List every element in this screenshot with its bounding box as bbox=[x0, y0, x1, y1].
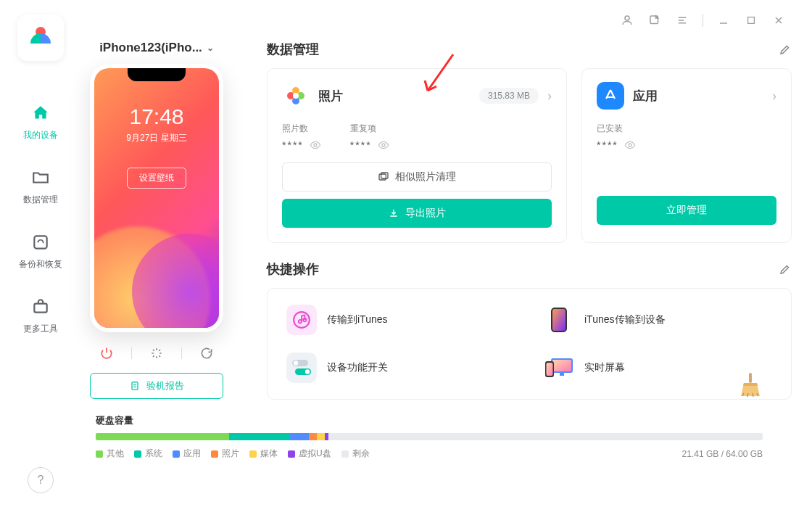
svg-point-23 bbox=[305, 369, 310, 374]
loading-icon[interactable] bbox=[147, 344, 166, 363]
edit-icon[interactable] bbox=[779, 263, 792, 276]
nav-label: 我的设备 bbox=[23, 129, 58, 141]
chevron-right-icon[interactable]: › bbox=[547, 88, 552, 104]
quick-label: 设备功能开关 bbox=[327, 361, 388, 374]
svg-rect-14 bbox=[379, 174, 386, 180]
screen-mirror-icon bbox=[544, 353, 574, 383]
eye-icon[interactable] bbox=[378, 139, 389, 151]
quick-label: 实时屏幕 bbox=[584, 361, 625, 374]
power-button[interactable] bbox=[97, 344, 116, 363]
nav-label: 备份和恢复 bbox=[19, 258, 62, 271]
clean-similar-button[interactable]: 相似照片清理 bbox=[282, 162, 552, 191]
section-data-mgmt-title: 数据管理 bbox=[267, 41, 319, 58]
menu-icon[interactable] bbox=[675, 13, 689, 28]
svg-rect-26 bbox=[560, 373, 564, 376]
refresh-button[interactable] bbox=[197, 344, 216, 363]
nav-data-mgmt[interactable]: 数据管理 bbox=[0, 154, 81, 219]
close-button[interactable] bbox=[771, 13, 786, 28]
svg-rect-5 bbox=[748, 17, 755, 24]
sync-icon bbox=[30, 232, 51, 252]
apps-card: 应用 › 已安装 **** 立即管理 bbox=[581, 68, 792, 243]
apps-installed-value: **** bbox=[597, 139, 618, 151]
svg-point-11 bbox=[293, 93, 299, 99]
svg-rect-2 bbox=[34, 304, 46, 313]
appstore-icon bbox=[597, 82, 624, 110]
photos-dup-label: 重复项 bbox=[350, 123, 389, 135]
toggles-icon bbox=[286, 353, 317, 383]
svg-rect-15 bbox=[381, 173, 388, 178]
svg-point-16 bbox=[629, 144, 631, 147]
disk-usage-bar bbox=[96, 433, 763, 440]
edit-icon[interactable] bbox=[779, 43, 792, 56]
legend-item: 应用 bbox=[173, 448, 201, 460]
manage-apps-button[interactable]: 立即管理 bbox=[597, 196, 776, 225]
photos-icon bbox=[282, 82, 310, 110]
legend-item: 系统 bbox=[134, 448, 162, 460]
section-quick-title: 快捷操作 bbox=[267, 260, 319, 278]
report-label: 验机报告 bbox=[146, 379, 184, 392]
chevron-right-icon[interactable]: › bbox=[772, 88, 776, 104]
device-preview: 17:48 9月27日 星期三 设置壁纸 bbox=[90, 64, 223, 332]
clean-label: 相似照片清理 bbox=[395, 170, 456, 184]
legend-item: 媒体 bbox=[249, 448, 278, 460]
nav-my-device[interactable]: 我的设备 bbox=[0, 90, 81, 154]
maximize-button[interactable] bbox=[744, 13, 758, 28]
device-selector[interactable]: iPhone123(iPho... ⌄ bbox=[99, 41, 214, 55]
quick-label: iTunes传输到设备 bbox=[584, 313, 666, 326]
export-label: 导出照片 bbox=[405, 207, 446, 220]
svg-point-12 bbox=[314, 144, 317, 147]
home-icon bbox=[30, 103, 51, 123]
phone-time: 17:48 bbox=[129, 104, 183, 129]
disk-title: 硬盘容量 bbox=[96, 414, 792, 427]
phone-date: 9月27日 星期三 bbox=[126, 132, 186, 144]
device-report-button[interactable]: 验机报告 bbox=[90, 373, 223, 399]
folder-icon bbox=[30, 168, 51, 188]
legend-item: 其他 bbox=[96, 448, 124, 460]
svg-point-3 bbox=[625, 16, 629, 20]
quick-transfer-to-itunes[interactable]: 传输到iTunes bbox=[286, 305, 515, 335]
quick-label: 传输到iTunes bbox=[327, 313, 388, 326]
photos-card: 照片 315.83 MB › 照片数 **** 重复项 **** bbox=[267, 68, 567, 243]
svg-rect-28 bbox=[547, 363, 553, 376]
svg-rect-29 bbox=[749, 373, 752, 383]
svg-point-21 bbox=[294, 360, 298, 365]
user-icon[interactable] bbox=[620, 13, 634, 28]
photos-count-value: **** bbox=[282, 139, 304, 151]
eye-icon[interactable] bbox=[624, 139, 636, 151]
help-button[interactable]: ? bbox=[28, 467, 54, 493]
quick-realtime-screen[interactable]: 实时屏幕 bbox=[544, 353, 772, 383]
svg-point-13 bbox=[382, 144, 385, 147]
photos-size-badge: 315.83 MB bbox=[479, 88, 539, 104]
legend-item: 照片 bbox=[211, 448, 239, 460]
clean-disk-button[interactable] bbox=[740, 371, 761, 397]
nav-backup-restore[interactable]: 备份和恢复 bbox=[0, 219, 81, 284]
export-photos-button[interactable]: 导出照片 bbox=[282, 199, 552, 228]
quick-device-switches[interactable]: 设备功能开关 bbox=[286, 353, 515, 383]
set-wallpaper-button[interactable]: 设置壁纸 bbox=[127, 168, 186, 189]
toolbox-icon bbox=[30, 297, 51, 317]
app-logo bbox=[17, 15, 64, 61]
feedback-icon[interactable] bbox=[647, 13, 662, 28]
photos-count-label: 照片数 bbox=[282, 123, 321, 135]
svg-rect-25 bbox=[552, 360, 571, 371]
photos-title: 照片 bbox=[318, 88, 471, 104]
disk-total: 21.41 GB / 64.00 GB bbox=[682, 449, 763, 459]
svg-rect-1 bbox=[34, 236, 46, 248]
phone-screen-icon bbox=[544, 305, 574, 335]
download-icon bbox=[388, 207, 399, 219]
manage-label: 立即管理 bbox=[666, 204, 707, 217]
apps-installed-label: 已安装 bbox=[597, 123, 636, 135]
nav-more-tools[interactable]: 更多工具 bbox=[0, 284, 81, 348]
disk-section: 硬盘容量 其他系统应用照片媒体虚拟U盘剩余21.41 GB / 64.00 GB bbox=[88, 414, 792, 460]
photos-dup-value: **** bbox=[350, 139, 372, 151]
svg-rect-6 bbox=[132, 382, 138, 390]
chevron-down-icon: ⌄ bbox=[207, 43, 214, 53]
sidebar: 我的设备 数据管理 备份和恢复 更多工具 ? bbox=[0, 0, 81, 515]
apps-title: 应用 bbox=[633, 88, 763, 104]
device-name-text: iPhone123(iPho... bbox=[99, 41, 202, 55]
minimize-button[interactable] bbox=[716, 13, 731, 28]
itunes-icon bbox=[286, 305, 317, 335]
clipboard-icon bbox=[129, 380, 141, 392]
quick-itunes-to-device[interactable]: iTunes传输到设备 bbox=[544, 305, 772, 335]
eye-icon[interactable] bbox=[310, 139, 321, 151]
